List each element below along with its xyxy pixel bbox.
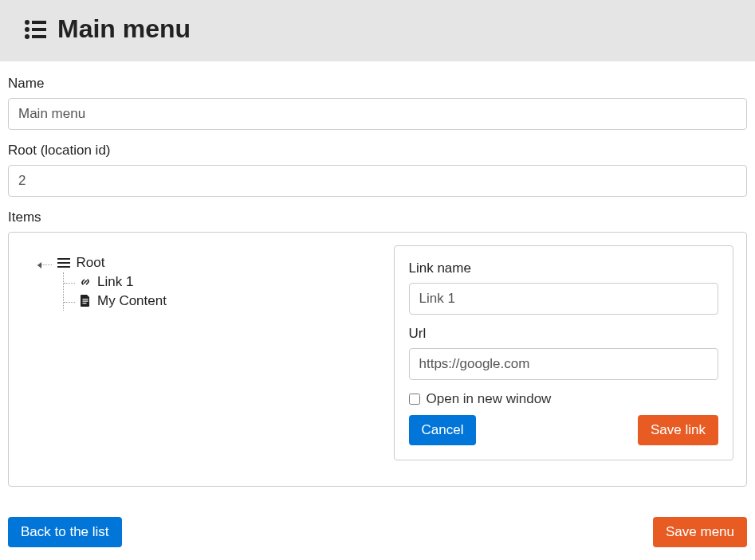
root-input[interactable] [8, 165, 747, 197]
save-link-button[interactable]: Save link [638, 415, 718, 445]
svg-rect-1 [32, 21, 46, 24]
link-icon [78, 276, 92, 288]
tree-connector [37, 264, 52, 265]
tree-node-root[interactable]: Root [57, 253, 104, 272]
editor-column: Link name Url Open in new window Cancel … [394, 245, 734, 473]
page-title: Main menu [57, 14, 191, 44]
url-label: Url [409, 326, 719, 342]
footer-actions: Back to the list Save menu [0, 509, 755, 557]
cancel-button[interactable]: Cancel [409, 415, 477, 445]
tree-children: Link 1 [63, 272, 378, 311]
tree-child-row: Link 1 [64, 272, 378, 292]
root-menu-icon [57, 257, 71, 268]
name-field-group: Name [8, 76, 747, 130]
svg-rect-8 [57, 266, 70, 268]
page-header: Main menu [0, 0, 755, 61]
svg-point-2 [25, 27, 29, 32]
svg-rect-10 [83, 301, 88, 302]
name-label: Name [8, 76, 747, 92]
svg-point-4 [25, 34, 29, 39]
tree-column: Root Link 1 [22, 245, 378, 473]
tree-child-row: My Content [64, 292, 378, 311]
link-name-label: Link name [409, 260, 719, 276]
link-name-field-group: Link name [409, 260, 719, 315]
tree-node-content[interactable]: My Content [78, 292, 378, 311]
root-label: Root (location id) [8, 143, 747, 159]
svg-rect-7 [57, 262, 70, 264]
items-panel: Root Link 1 [8, 232, 747, 487]
list-icon [24, 18, 48, 41]
name-input[interactable] [8, 98, 747, 130]
svg-rect-11 [83, 303, 87, 303]
svg-rect-6 [57, 258, 70, 260]
back-to-list-button[interactable]: Back to the list [8, 517, 122, 547]
items-field-group: Items Root [8, 210, 747, 487]
url-input[interactable] [409, 348, 719, 380]
document-icon [78, 295, 92, 307]
svg-rect-5 [32, 35, 46, 38]
link-name-input[interactable] [409, 283, 719, 315]
tree-node-content-label: My Content [97, 293, 167, 309]
form-body: Name Root (location id) Items [0, 61, 755, 509]
items-label: Items [8, 210, 747, 225]
tree-node-link-label: Link 1 [97, 274, 133, 290]
open-new-window-checkbox[interactable] [409, 394, 420, 405]
svg-point-0 [25, 20, 29, 25]
link-editor-card: Link name Url Open in new window Cancel … [394, 245, 734, 460]
tree-node-root-label: Root [76, 255, 104, 271]
editor-button-row: Cancel Save link [409, 415, 719, 445]
root-field-group: Root (location id) [8, 143, 747, 197]
open-new-window-label: Open in new window [427, 391, 552, 407]
tree-root-row: Root [37, 253, 378, 272]
url-field-group: Url [409, 326, 719, 380]
tree-node-link[interactable]: Link 1 [78, 272, 378, 292]
save-menu-button[interactable]: Save menu [653, 517, 747, 547]
svg-rect-9 [83, 299, 88, 300]
open-new-window-row: Open in new window [409, 391, 719, 407]
svg-rect-3 [32, 28, 46, 31]
